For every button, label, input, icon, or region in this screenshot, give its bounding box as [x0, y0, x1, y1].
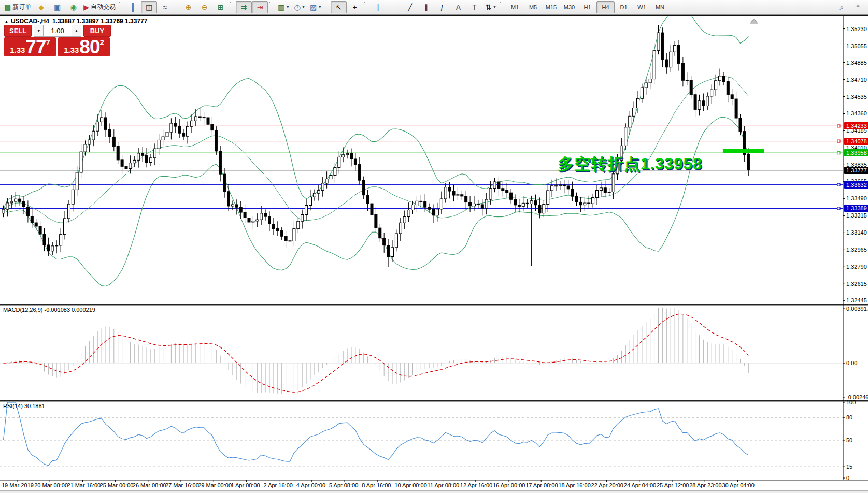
terminal-button[interactable]: ▣ — [49, 1, 65, 13]
arrows-dropdown-caret[interactable]: ▾ — [493, 5, 495, 9]
time-axis-label: 19 Mar 2019 — [2, 482, 34, 488]
cursor-icon: ↖ — [336, 4, 342, 11]
autotrading-button[interactable]: ▶自动交易 — [81, 1, 118, 13]
time-axis-label: 4 Apr 00:00 — [296, 482, 325, 488]
time-axis-label: 11 Apr 08:00 — [428, 482, 460, 488]
arrows-button[interactable]: ⇅▾ — [482, 1, 499, 13]
price-line-label: 1.34233 — [844, 122, 868, 129]
chart-shift-button[interactable]: ⇥ — [252, 1, 268, 13]
time-axis-label: 26 Mar 08:00 — [133, 482, 166, 488]
text-icon: A — [456, 4, 461, 11]
trendline-icon: ╱ — [408, 4, 412, 11]
timeframe-d1-button[interactable]: D1 — [615, 1, 633, 13]
community-chat-button[interactable]: ❝ — [850, 1, 866, 13]
search-button[interactable]: ⌕ — [834, 1, 850, 13]
time-axis-label: 1 Apr 08:00 — [231, 482, 260, 488]
timeframe-mn-button[interactable]: MN — [651, 1, 669, 13]
horizontal-line-icon: — — [391, 4, 398, 11]
price-line-label: 1.34078 — [844, 138, 868, 145]
horizontal-line-button[interactable]: — — [386, 1, 402, 13]
timeframe-m5-button[interactable]: M5 — [524, 1, 542, 13]
candlestick-chart-button[interactable]: ◫ — [141, 1, 157, 13]
time-axis-label: 12 Apr 16:00 — [460, 482, 492, 488]
templates-dropdown-caret[interactable]: ▾ — [319, 5, 321, 9]
price-axis-label: 1.35055 — [846, 43, 867, 49]
price-axis-label: 1.34710 — [846, 77, 867, 83]
candlestick-chart-icon: ◫ — [146, 4, 152, 11]
fibonacci-icon: ƒ — [440, 4, 445, 11]
timeframe-h1-button[interactable]: H1 — [578, 1, 596, 13]
price-axis-label: 1.32445 — [846, 297, 867, 303]
volume-decrease-button[interactable]: ▼ — [34, 25, 44, 37]
timeframe-m15-button[interactable]: M15 — [542, 1, 560, 13]
collapse-panel-icon[interactable]: ▲ — [4, 19, 9, 24]
zoom-out-button[interactable]: ⊖ — [196, 1, 212, 13]
symbol-header: ▲USDCAD-,H41.33887 1.33897 1.33769 1.337… — [4, 18, 147, 25]
bars-chart-button[interactable]: ║ — [125, 1, 141, 13]
volume-input[interactable] — [44, 25, 72, 37]
chart-window[interactable]: ▲USDCAD-,H41.33887 1.33897 1.33769 1.337… — [0, 15, 868, 493]
buy-price-main: 80 — [79, 39, 99, 55]
buy-price-box[interactable]: 1.33802 — [58, 37, 110, 56]
time-axis-label: 18 Apr 16:00 — [558, 482, 590, 488]
fibonacci-button[interactable]: ƒ — [434, 1, 450, 13]
price-line-label: 1.33389 — [844, 205, 868, 212]
terminal-icon: ▣ — [54, 4, 61, 11]
text-label-button[interactable]: T — [466, 1, 482, 13]
buy-button[interactable]: BUY — [83, 25, 111, 37]
sell-price-main: 77 — [25, 39, 46, 55]
toolbar: ▤新订单◆▣◉▶自动交易║◫≈⊕⊖⊞⇉⇥▥▾◷▾▨▾↖+|—╱∥ƒAT⇅▾M1M… — [0, 0, 868, 15]
symbol-title: USDCAD-,H4 — [11, 18, 49, 25]
price-line-label: 1.33777 — [844, 167, 868, 174]
periods-button[interactable]: ◷▾ — [291, 1, 307, 13]
time-axis-label: 5 Apr 08:00 — [329, 482, 358, 488]
sell-price-prefix: 1.33 — [10, 45, 25, 55]
arrows-icon: ⇅ — [486, 4, 492, 11]
vertical-line-button[interactable]: | — [370, 1, 386, 13]
periods-icon: ◷ — [294, 4, 300, 11]
time-axis-label: 16 Apr 00:00 — [493, 482, 525, 488]
new-order-button[interactable]: ▤新订单 — [2, 1, 33, 13]
templates-icon: ▨ — [310, 4, 317, 11]
time-axis-label: 27 Mar 16:00 — [165, 482, 199, 488]
price-axis-label: 1.34360 — [846, 110, 867, 117]
sell-price-box[interactable]: 1.33777 — [4, 37, 56, 56]
crosshair-button[interactable]: + — [347, 1, 363, 13]
ohlc-values: 1.33887 1.33897 1.33769 1.33777 — [52, 18, 148, 25]
bottom-strip — [0, 490, 868, 493]
signals-button[interactable]: ◉ — [65, 1, 81, 13]
chart-canvas[interactable] — [0, 16, 868, 493]
auto-scroll-button[interactable]: ⇉ — [236, 1, 252, 13]
time-axis-label: 28 Apr 23:00 — [689, 482, 721, 488]
toolbar-separator — [364, 2, 368, 12]
equidistant-channel-button[interactable]: ∥ — [418, 1, 434, 13]
cursor-button[interactable]: ↖ — [331, 1, 347, 13]
buy-price-prefix: 1.33 — [64, 45, 79, 55]
volume-increase-button[interactable]: ▲ — [72, 25, 81, 37]
time-axis-label: 30 Apr 04:00 — [722, 482, 754, 488]
timeframe-m30-button[interactable]: M30 — [560, 1, 578, 13]
tile-windows-button[interactable]: ⊞ — [212, 1, 229, 13]
new-chart-button[interactable]: ▥▾ — [275, 1, 291, 13]
templates-button[interactable]: ▨▾ — [307, 1, 323, 13]
price-axis-label: 0.00 — [846, 360, 857, 366]
price-axis-label: 1.33315 — [846, 212, 867, 219]
text-button[interactable]: A — [450, 1, 466, 13]
timeframe-w1-button[interactable]: W1 — [633, 1, 651, 13]
tile-windows-icon: ⊞ — [218, 4, 224, 11]
new-chart-dropdown-caret[interactable]: ▾ — [287, 5, 289, 9]
sell-button[interactable]: SELL — [4, 25, 32, 37]
market-watch-icon: ◆ — [38, 4, 44, 11]
timeframe-h4-button[interactable]: H4 — [596, 1, 615, 13]
periods-dropdown-caret[interactable]: ▾ — [303, 5, 305, 9]
new-order-icon: ▤ — [4, 4, 11, 11]
price-axis-label: 1.32615 — [846, 281, 867, 287]
line-chart-button[interactable]: ≈ — [157, 1, 173, 13]
crosshair-icon: + — [352, 4, 357, 11]
zoom-in-icon: ⊕ — [186, 4, 192, 11]
zoom-in-button[interactable]: ⊕ — [180, 1, 196, 13]
trendline-button[interactable]: ╱ — [402, 1, 418, 13]
market-watch-button[interactable]: ◆ — [33, 1, 49, 13]
timeframe-m1-button[interactable]: M1 — [506, 1, 524, 13]
search-icon: ⌕ — [840, 4, 844, 11]
